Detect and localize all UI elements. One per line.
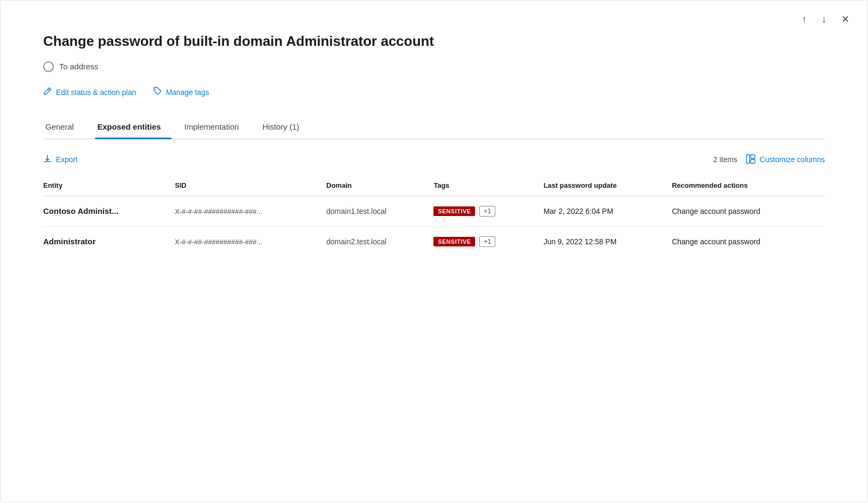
export-icon — [43, 155, 52, 165]
toolbar: Export 2 items Customize columns — [43, 154, 825, 165]
tab-history[interactable]: History (1) — [260, 117, 310, 139]
cell-entity-2: Administrator — [43, 226, 175, 257]
svg-rect-1 — [746, 155, 750, 163]
cell-tags-2: SENSITIVE +1 — [433, 226, 543, 257]
cell-domain-1: domain1.test.local — [326, 196, 433, 226]
manage-tags-button[interactable]: Manage tags — [153, 87, 209, 98]
cell-rec-action-2: Change account password — [672, 226, 825, 257]
sensitive-badge-1: SENSITIVE — [433, 206, 475, 216]
cell-sid-2: X-#-#-##-##########-###... — [175, 226, 326, 257]
table-row: Administrator X-#-#-##-##########-###...… — [43, 226, 825, 257]
col-header-recommended-actions: Recommended actions — [672, 176, 825, 196]
table-header-row: Entity SID Domain Tags Last password upd… — [43, 176, 825, 196]
tab-implementation[interactable]: Implementation — [182, 117, 250, 139]
to-address-label: To address — [59, 62, 98, 71]
col-header-tags: Tags — [433, 176, 543, 196]
table-row: Contoso Administ... X-#-#-##-##########-… — [43, 196, 825, 226]
action-buttons-row: Edit status & action plan Manage tags — [43, 87, 825, 98]
entities-table: Entity SID Domain Tags Last password upd… — [43, 176, 825, 257]
plus-badge-2: +1 — [479, 236, 495, 247]
edit-status-label: Edit status & action plan — [56, 88, 136, 97]
edit-status-button[interactable]: Edit status & action plan — [43, 87, 136, 98]
items-count: 2 items — [713, 155, 737, 164]
cell-last-update-1: Mar 2, 2022 6:04 PM — [543, 196, 672, 226]
customize-columns-button[interactable]: Customize columns — [746, 154, 825, 165]
svg-point-0 — [155, 89, 156, 90]
customize-columns-icon — [746, 154, 756, 165]
up-arrow-icon: ↑ — [802, 14, 807, 25]
svg-rect-3 — [751, 159, 755, 163]
cell-sid-1: X-#-#-##-##########-###... — [175, 196, 326, 226]
toolbar-left: Export — [43, 155, 77, 165]
cell-entity-1: Contoso Administ... — [43, 196, 175, 226]
close-icon: ✕ — [841, 13, 849, 25]
main-panel: ↑ ↓ ✕ Change password of built-in domain… — [0, 0, 868, 503]
navigate-down-button[interactable]: ↓ — [819, 12, 829, 27]
tabs-container: General Exposed entities Implementation … — [43, 117, 825, 139]
tag-icon — [153, 87, 162, 98]
manage-tags-label: Manage tags — [166, 88, 209, 97]
cell-last-update-2: Jun 9, 2022 12:58 PM — [543, 226, 672, 257]
plus-badge-1: +1 — [479, 206, 495, 217]
tab-general[interactable]: General — [43, 117, 84, 139]
page-title: Change password of built-in domain Admin… — [43, 33, 825, 51]
to-address-row: To address — [43, 61, 825, 72]
cell-rec-action-1: Change account password — [672, 196, 825, 226]
col-header-entity: Entity — [43, 176, 175, 196]
navigate-up-button[interactable]: ↑ — [800, 12, 809, 27]
svg-rect-2 — [751, 155, 755, 158]
close-button[interactable]: ✕ — [839, 11, 851, 27]
col-header-last-password-update: Last password update — [543, 176, 672, 196]
export-button[interactable]: Export — [43, 155, 77, 165]
sensitive-badge-2: SENSITIVE — [433, 237, 475, 246]
cell-tags-1: SENSITIVE +1 — [433, 196, 543, 226]
top-controls: ↑ ↓ ✕ — [800, 11, 851, 27]
pencil-icon — [43, 87, 52, 98]
down-arrow-icon: ↓ — [822, 14, 826, 25]
col-header-sid: SID — [175, 176, 326, 196]
cell-domain-2: domain2.test.local — [326, 226, 433, 257]
tab-exposed-entities[interactable]: Exposed entities — [95, 117, 171, 139]
toolbar-right: 2 items Customize columns — [713, 154, 825, 165]
customize-columns-label: Customize columns — [760, 155, 825, 164]
circle-icon — [43, 61, 54, 72]
export-label: Export — [56, 155, 77, 164]
col-header-domain: Domain — [326, 176, 433, 196]
